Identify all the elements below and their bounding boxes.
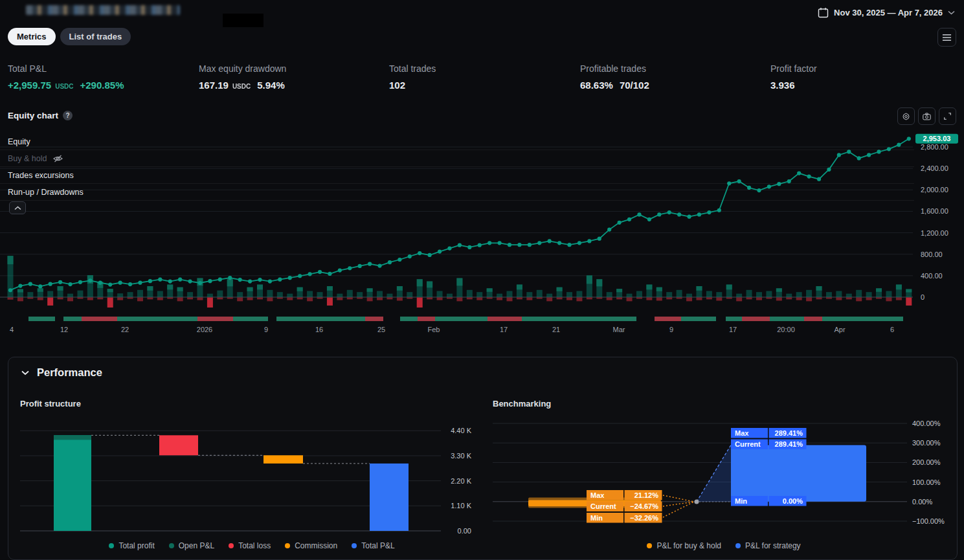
strategy-range-bar: [731, 445, 866, 501]
equity-x-tick: 9: [264, 326, 268, 333]
trade-period-win: [822, 317, 903, 321]
equity-x-axis: 41222202691625Feb1721Mar91720:00Apr6: [0, 326, 964, 336]
benchmark-y-tick: 200.00%: [912, 458, 941, 466]
legend-item-commission[interactable]: Commission: [285, 541, 337, 550]
layout-rows-button[interactable]: [937, 28, 956, 47]
equity-y-tick: 0: [921, 293, 925, 301]
tab-list-of-trades[interactable]: List of trades: [60, 28, 131, 45]
trade-period-win: [63, 317, 82, 321]
tab-metrics[interactable]: Metrics: [8, 28, 56, 45]
trade-period-loss: [655, 317, 681, 321]
strategy-tester-page: Nov 30, 2025 — Apr 7, 2026 Metrics List …: [0, 0, 964, 560]
equity-y-tick: 1,200.00: [921, 229, 948, 237]
strategy-row-value: 0.00%: [783, 497, 803, 505]
stat-label: Total trades: [389, 63, 436, 74]
benchmark-y-tick: −100.00%: [912, 517, 945, 525]
equity-y-tick: 400.00: [921, 272, 943, 280]
fullscreen-button[interactable]: [939, 107, 956, 125]
performance-section: Performance Profit structure Benchmarkin…: [8, 357, 958, 560]
waterfall-bar-total-profit: [54, 435, 91, 531]
trade-period-loss: [82, 317, 117, 321]
equity-y-tick: 1,600.00: [921, 207, 948, 215]
trade-period-win: [726, 317, 742, 321]
trade-period-win: [400, 317, 418, 321]
trade-result-timeline: [0, 317, 964, 321]
performance-header[interactable]: Performance: [21, 366, 102, 379]
gear-icon: [902, 111, 910, 122]
chart-settings-button[interactable]: [897, 107, 915, 125]
profit-y-tick: 1.10 K: [451, 502, 471, 510]
legend-row-runup-drawdowns[interactable]: Run-up / Drawdowns: [0, 184, 914, 201]
legend-row-trades-excursions[interactable]: Trades excursions: [0, 167, 914, 184]
benchmark-y-tick: 100.00%: [912, 478, 941, 486]
legend-item-p-l-for-strategy[interactable]: P&L for strategy: [735, 541, 801, 550]
stat-label: Max equity drawdown: [199, 63, 286, 74]
legend-label: Commission: [295, 541, 337, 550]
legend-collapse-button[interactable]: [9, 201, 26, 214]
trade-period-loss: [488, 317, 522, 321]
trade-period-loss: [742, 317, 770, 321]
help-icon[interactable]: ?: [63, 111, 73, 120]
buy-hold-row-label: Max: [590, 491, 605, 499]
legend-item-total-p-l[interactable]: Total P&L: [352, 541, 394, 550]
equity-x-tick: 25: [377, 326, 385, 333]
buy-hold-row-label: Current: [590, 502, 616, 510]
benchmarking-legend: P&L for buy & holdP&L for strategy: [483, 541, 964, 550]
equity-x-tick: 2026: [197, 326, 212, 333]
stat-total-p-l: Total P&L+2,959.75USDC+290.85%: [8, 63, 124, 91]
legend-row-buy-and-hold[interactable]: Buy & hold: [0, 150, 914, 167]
equity-x-tick: 22: [121, 326, 129, 333]
rows-icon: [942, 33, 952, 42]
date-range-picker[interactable]: Nov 30, 2025 — Apr 7, 2026: [818, 5, 955, 19]
buy-hold-row-value: 21.12%: [634, 491, 659, 499]
eye-off-icon[interactable]: [52, 154, 63, 163]
legend-label-trades-excursions: Trades excursions: [8, 171, 74, 180]
equity-x-tick: 17: [500, 326, 508, 333]
equity-y-tick: 800.00: [921, 251, 943, 258]
waterfall-bar-commission: [263, 455, 303, 464]
expand-icon: [943, 111, 952, 121]
profit-y-tick: 4.40 K: [451, 427, 471, 434]
buy-hold-row-label: Min: [590, 514, 603, 522]
calendar-icon: [818, 7, 829, 18]
legend-label: Total loss: [238, 541, 271, 550]
equity-x-tick: 17: [729, 326, 737, 333]
equity-x-tick: 20:00: [777, 326, 795, 333]
benchmarking-chart[interactable]: 400.00%300.00%200.00%100.00%0.00%−100.00…: [483, 415, 964, 544]
equity-chart-toolbar: [897, 107, 956, 125]
equity-x-tick: 9: [669, 326, 673, 333]
legend-item-open-p-l[interactable]: Open P&L: [169, 541, 214, 550]
stat-value: 102: [389, 80, 436, 91]
performance-title: Performance: [37, 366, 102, 379]
strategy-row-value: 289.41%: [775, 429, 803, 437]
redacted-strategy-title: [26, 5, 180, 15]
legend-label-equity: Equity: [8, 137, 30, 146]
stat-value: 167.19USDC5.94%: [199, 80, 286, 91]
redacted-value-box: [223, 14, 263, 27]
profit-structure-chart[interactable]: 4.40 K3.30 K2.20 K1.10 K0.00: [12, 415, 491, 544]
legend-label: P&L for strategy: [745, 541, 801, 550]
legend-dot: [352, 543, 357, 548]
svg-text:2,953.03: 2,953.03: [923, 135, 951, 142]
trade-period-loss: [197, 317, 233, 321]
legend-dot: [285, 543, 290, 548]
legend-item-total-loss[interactable]: Total loss: [229, 541, 271, 550]
legend-row-equity[interactable]: Equity: [0, 133, 914, 150]
stat-label: Total P&L: [8, 63, 124, 74]
legend-item-p-l-for-buy-hold[interactable]: P&L for buy & hold: [647, 541, 721, 550]
equity-y-tick: 2,000.00: [921, 186, 948, 194]
profit-structure-legend: Total profitOpen P&LTotal lossCommission…: [12, 541, 491, 550]
legend-dot: [647, 543, 652, 548]
benchmark-y-tick: 300.00%: [912, 439, 941, 447]
trade-period-win: [117, 317, 197, 321]
trade-period-loss: [804, 317, 822, 321]
strategy-row-label: Min: [735, 497, 747, 505]
chevron-up-icon: [14, 206, 21, 210]
legend-label: P&L for buy & hold: [656, 541, 721, 550]
stat-profitable-trades: Profitable trades68.63%70/102: [580, 63, 649, 91]
stat-label: Profit factor: [770, 63, 817, 74]
chart-snapshot-button[interactable]: [918, 107, 936, 125]
legend-item-total-profit[interactable]: Total profit: [109, 541, 154, 550]
benchmark-pivot-dot: [695, 500, 699, 504]
legend-label-runup-drawdowns: Run-up / Drawdowns: [8, 188, 84, 197]
